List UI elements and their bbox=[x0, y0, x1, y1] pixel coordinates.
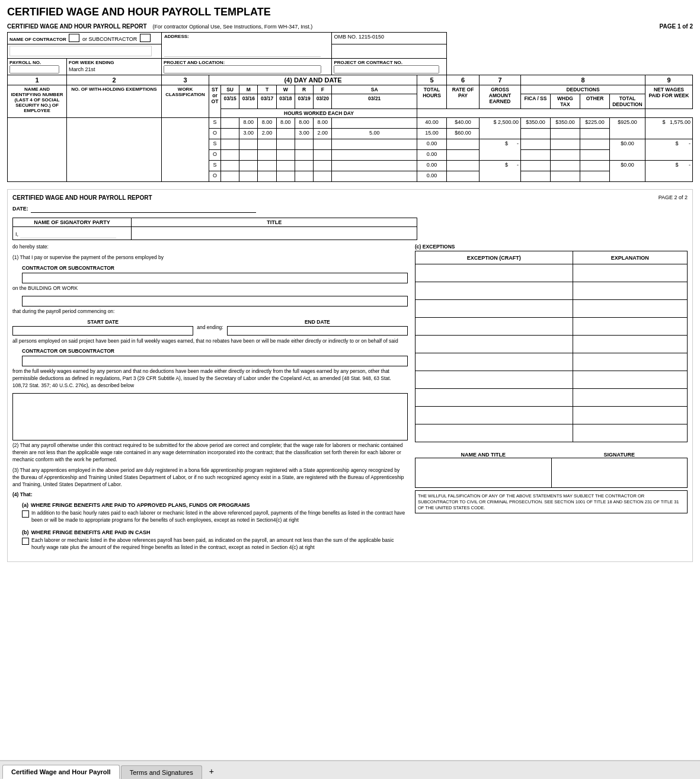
page1-report-header: CERTIFIED WAGE AND HOUR PAYROLL REPORT (… bbox=[7, 23, 693, 30]
row3o-total: 0.00 bbox=[417, 171, 447, 182]
day-su: SU bbox=[221, 85, 239, 94]
contractor-row2 bbox=[8, 44, 693, 58]
row3s-m bbox=[239, 161, 258, 171]
col8-num: 8 bbox=[521, 75, 645, 85]
col1-label: NAME AND IDENTIFYING NUMBER (LAST 4 OF S… bbox=[8, 85, 67, 118]
date-label: DATE: bbox=[12, 206, 28, 212]
day-r: R bbox=[295, 85, 313, 94]
date-input[interactable] bbox=[31, 205, 256, 213]
contractor2-section: CONTRACTOR OR SUBCONTRACTOR bbox=[22, 348, 408, 366]
title-input[interactable] bbox=[134, 229, 401, 238]
row2s-t bbox=[258, 139, 276, 150]
page1-page-indicator: PAGE 1 of 2 bbox=[660, 23, 693, 30]
row2s-whdg bbox=[551, 139, 580, 150]
row3s-fica bbox=[521, 161, 551, 171]
day-f: F bbox=[314, 85, 332, 94]
date-0318: 03/18 bbox=[276, 94, 295, 109]
day-m: M bbox=[239, 85, 258, 94]
project-location-input[interactable] bbox=[164, 65, 321, 74]
project-contract-input[interactable] bbox=[334, 65, 439, 74]
signatory-header: NAME OF SIGNATORY PARTY bbox=[13, 218, 132, 227]
tab-add-button[interactable]: + bbox=[203, 764, 220, 779]
row1-r: 8.00 bbox=[295, 118, 313, 129]
item-a-text: WHERE FRINGE BENEFITS ARE PAID TO APPROV… bbox=[31, 502, 250, 508]
exceptions-table: EXCEPTION (CRAFT) EXPLANATION bbox=[415, 251, 688, 442]
contractor-checkbox[interactable] bbox=[69, 34, 79, 42]
row1-fica: $350.00 bbox=[521, 118, 551, 129]
date-0320: 03/20 bbox=[314, 94, 332, 109]
row3s-gross: $ - bbox=[480, 161, 521, 182]
building-work-line[interactable] bbox=[22, 296, 408, 307]
all-persons-text: all persons employed on said project hav… bbox=[12, 338, 408, 345]
row1o-su bbox=[221, 129, 239, 139]
col6-label: RATE OF PAY bbox=[447, 85, 480, 109]
row1o-st: O bbox=[209, 129, 221, 139]
col9-num: 9 bbox=[645, 75, 693, 85]
tab-certified-wage[interactable]: Certified Wage and Hour Payroll bbox=[2, 765, 120, 779]
and-ending: and ending: bbox=[197, 324, 223, 330]
contractor-label: CONTRACTOR OR SUBCONTRACTOR bbox=[22, 265, 408, 271]
day-w: W bbox=[276, 85, 295, 94]
row2s-sa bbox=[332, 139, 417, 150]
signature-cell[interactable] bbox=[551, 458, 688, 488]
contractor2-line[interactable] bbox=[22, 356, 408, 366]
statement1: (1) That I pay or supervise the payment … bbox=[12, 254, 408, 261]
page2-indicator: PAGE 2 of 2 bbox=[659, 194, 688, 201]
hours-worked-label: HOURS WORKED EACH DAY bbox=[221, 109, 417, 118]
item-a-checkbox[interactable] bbox=[22, 510, 29, 518]
row3s-other bbox=[580, 161, 610, 171]
omb-label: OMB NO. 1215-0150 bbox=[334, 34, 384, 40]
row3o-sa bbox=[332, 171, 417, 182]
col5-label: TOTAL HOURS bbox=[417, 85, 447, 109]
item-b-checkbox-row: Each laborer or mechanic listed in the a… bbox=[22, 537, 408, 555]
row2o-t bbox=[258, 150, 276, 161]
item-b-checkbox[interactable] bbox=[22, 538, 29, 545]
tab-terms-signatures[interactable]: Terms and Signatures bbox=[121, 765, 202, 779]
col9-label: NET WAGES PAID FOR WEEK bbox=[645, 85, 693, 109]
row1-su bbox=[221, 118, 239, 129]
page1-report-title: CERTIFIED WAGE AND HOUR PAYROLL REPORT bbox=[7, 23, 147, 30]
row2s-su bbox=[221, 139, 239, 150]
page1-optional-note: (For contractor Optional Use, See Instru… bbox=[153, 24, 313, 30]
row2s-rate bbox=[447, 139, 480, 150]
row3o-t bbox=[258, 171, 276, 182]
item-a-detail: In addition to the basic hourly rates pa… bbox=[31, 510, 408, 524]
row1o-t: 2.00 bbox=[258, 129, 276, 139]
page2-header: CERTIFIED WAGE AND HOUR PAYROLL REPORT P… bbox=[12, 194, 688, 201]
address-input[interactable] bbox=[164, 39, 321, 57]
row2o-whdg bbox=[551, 150, 580, 161]
page2-body: do hereby state: (1) That I pay or super… bbox=[12, 244, 688, 557]
row3o-other bbox=[580, 171, 610, 182]
row1-other: $225.00 bbox=[580, 118, 610, 129]
row2s-w bbox=[276, 139, 295, 150]
row2s-st: S bbox=[209, 139, 221, 150]
left-col: do hereby state: (1) That I pay or super… bbox=[12, 244, 408, 557]
row2s-f bbox=[314, 139, 332, 150]
item-b: (b) WHERE FRINGE BENEFITS ARE PAID IN CA… bbox=[22, 529, 408, 555]
contractor-line[interactable] bbox=[22, 273, 408, 283]
on-the: on the BUILDING OR WORK bbox=[12, 285, 408, 292]
name-title-cell[interactable] bbox=[415, 458, 552, 488]
row1-sa bbox=[332, 118, 417, 129]
payroll-info-row: PAYROLL NO. FOR WEEK ENDING March 21st P… bbox=[8, 59, 693, 75]
row1o-fica bbox=[521, 129, 551, 139]
col3-num: 3 bbox=[162, 75, 209, 85]
row2s-fica bbox=[521, 139, 551, 150]
start-date-input[interactable] bbox=[12, 326, 193, 336]
col-labels-row1: NAME AND IDENTIFYING NUMBER (LAST 4 OF S… bbox=[8, 85, 693, 94]
payroll-no-input[interactable] bbox=[9, 65, 59, 74]
tab-certified-wage-label: Certified Wage and Hour Payroll bbox=[11, 768, 111, 775]
subcontractor-checkbox[interactable] bbox=[140, 34, 151, 42]
item-b-text: WHERE FRINGE BENEFITS ARE PAID IN CASH bbox=[31, 529, 151, 535]
row1-net: $ 1,575.00 bbox=[645, 118, 693, 139]
contractor-input[interactable] bbox=[9, 46, 152, 56]
row1-m: 8.00 bbox=[239, 118, 258, 129]
row1o-r: 3.00 bbox=[295, 129, 313, 139]
payroll-table: NAME OF CONTRACTOR or SUBCONTRACTOR ADDR… bbox=[7, 32, 693, 182]
deductions-box[interactable] bbox=[12, 393, 408, 440]
signature-header: SIGNATURE bbox=[551, 452, 688, 458]
explanation-header: EXPLANATION bbox=[573, 251, 687, 264]
tab-bar: Certified Wage and Hour Payroll Terms an… bbox=[0, 760, 700, 779]
end-date-input[interactable] bbox=[227, 326, 408, 336]
signatory-input[interactable] bbox=[20, 229, 116, 238]
